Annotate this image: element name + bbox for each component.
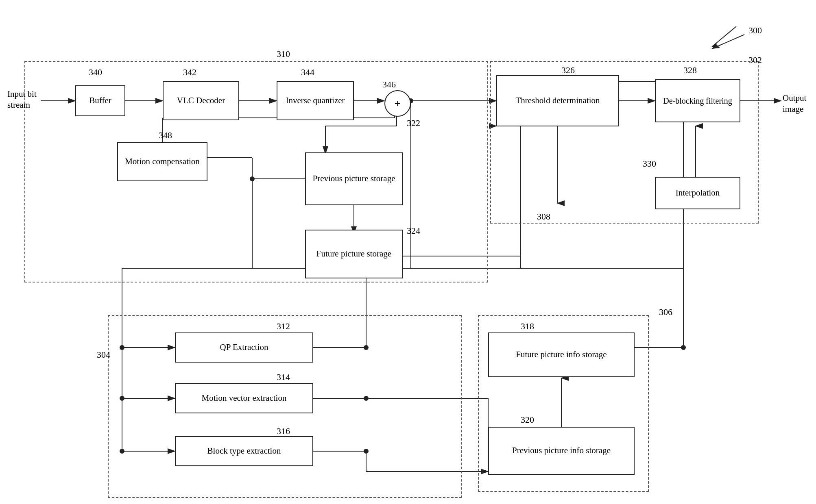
svg-marker-64 [712, 43, 717, 48]
threshold-deblocking-dashed-box [490, 61, 759, 224]
extraction-dashed-box [108, 315, 462, 498]
diagram: Buffer VLC Decoder Inverse quantizer + T… [0, 0, 816, 504]
n312-label: 312 [277, 321, 290, 332]
n342-label: 342 [183, 67, 196, 78]
n318-label: 318 [521, 321, 534, 332]
n302-label: 302 [748, 55, 762, 65]
n308-label: 308 [537, 211, 550, 222]
reference-arrow-300 [700, 22, 748, 55]
n322-label: 322 [407, 118, 420, 128]
n330-label: 330 [643, 159, 656, 169]
n346-label: 346 [382, 79, 396, 90]
n328-label: 328 [683, 65, 697, 76]
info-storage-dashed-box [478, 315, 649, 492]
output-image-label: Output image [783, 93, 816, 115]
n320-label: 320 [521, 415, 534, 425]
n326-label: 326 [561, 65, 575, 76]
main-decoder-dashed-box [24, 61, 488, 282]
n310-label: 310 [277, 49, 290, 59]
n306-label: 306 [659, 307, 672, 317]
n340-label: 340 [89, 67, 102, 78]
n314-label: 314 [277, 372, 290, 382]
n348-label: 348 [159, 130, 172, 141]
n304-label: 304 [97, 350, 110, 360]
input-bit-stream-label: Input bit stream [7, 89, 60, 111]
n300-label: 300 [748, 25, 762, 36]
n316-label: 316 [277, 426, 290, 437]
n324-label: 324 [407, 226, 420, 236]
n344-label: 344 [301, 67, 314, 78]
